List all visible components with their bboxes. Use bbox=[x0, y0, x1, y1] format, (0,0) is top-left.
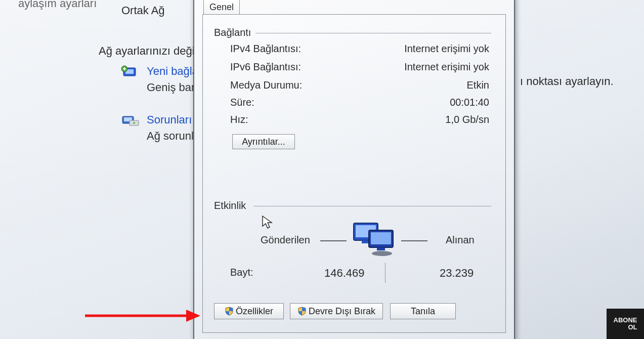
diagnose-button[interactable]: Tanıla bbox=[390, 303, 456, 319]
change-settings-heading: Ağ ayarlarınızı değiş bbox=[99, 45, 200, 58]
bg-sharing-settings-text: aylaşım ayarları bbox=[18, 0, 97, 10]
ipv4-label: IPv4 Bağlantısı: bbox=[230, 43, 301, 55]
subscribe-badge[interactable]: ABONE OL bbox=[607, 309, 644, 339]
duration-value: 00:01:40 bbox=[365, 97, 489, 108]
svg-rect-4 bbox=[124, 67, 125, 70]
svg-point-15 bbox=[372, 251, 392, 256]
properties-button[interactable]: Özellikler bbox=[214, 303, 284, 319]
troubleshoot-icon bbox=[120, 113, 141, 128]
sent-line bbox=[320, 240, 347, 241]
troubleshoot-sub: Ağ sorunl bbox=[147, 130, 194, 143]
connection-separator bbox=[255, 33, 491, 33]
subscribe-badge-text: ABONE OL bbox=[614, 317, 637, 331]
properties-button-label: Özellikler bbox=[236, 306, 273, 317]
tab-body: Bağlantı IPv4 Bağlantısı: Internet erişi… bbox=[202, 14, 506, 333]
new-connection-sub: Geniş ban bbox=[147, 81, 197, 94]
public-network-label: Ortak Ağ bbox=[121, 4, 165, 17]
svg-rect-13 bbox=[371, 232, 391, 244]
details-button[interactable]: Ayrıntılar... bbox=[232, 134, 295, 149]
disable-button[interactable]: Devre Dışı Bırak bbox=[290, 303, 383, 319]
shield-icon bbox=[297, 307, 307, 316]
media-label: Medya Durumu: bbox=[230, 79, 302, 91]
activity-separator bbox=[253, 206, 491, 206]
recv-bytes: 23.239 bbox=[440, 267, 474, 280]
recv-line bbox=[401, 240, 427, 241]
connection-group-label: Bağlantı bbox=[214, 27, 251, 38]
disable-button-label: Devre Dışı Bırak bbox=[309, 306, 375, 317]
svg-rect-14 bbox=[377, 247, 385, 250]
bg-right-fragment: ı noktası ayarlayın. bbox=[520, 75, 614, 88]
bytes-separator bbox=[385, 263, 385, 283]
recv-label: Alınan bbox=[446, 234, 475, 246]
ipv4-value: Internet erişimi yok bbox=[365, 43, 489, 55]
duration-label: Süre: bbox=[230, 97, 254, 108]
speed-label: Hız: bbox=[230, 114, 248, 125]
ipv6-value: Internet erişimi yok bbox=[365, 61, 489, 73]
new-connection-icon bbox=[120, 65, 141, 79]
shield-icon bbox=[225, 307, 234, 316]
bytes-label: Bayt: bbox=[230, 267, 253, 278]
svg-point-8 bbox=[133, 122, 135, 124]
ethernet-status-dialog: Genel Bağlantı IPv4 Bağlantısı: Internet… bbox=[193, 0, 515, 339]
activity-group-label: Etkinlik bbox=[214, 200, 246, 211]
diagnose-button-label: Tanıla bbox=[411, 306, 435, 317]
network-activity-icon bbox=[350, 221, 398, 257]
media-value: Etkin bbox=[365, 79, 489, 91]
speed-value: 1,0 Gb/sn bbox=[365, 114, 489, 125]
sent-bytes: 146.469 bbox=[324, 267, 365, 280]
tab-general[interactable]: Genel bbox=[203, 0, 240, 15]
ipv6-label: IPv6 Bağlantısı: bbox=[230, 61, 301, 73]
sent-label: Gönderilen bbox=[261, 234, 310, 246]
new-connection-link[interactable]: Yeni bağla bbox=[147, 65, 198, 78]
